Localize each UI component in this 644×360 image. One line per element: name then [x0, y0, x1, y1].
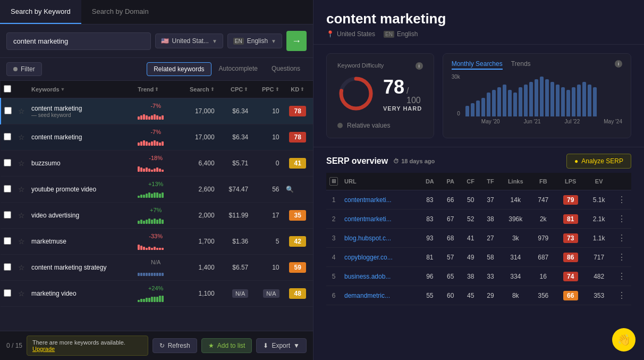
serp-url-link[interactable]: blog.hubspot.c... [344, 235, 391, 242]
fb-cell: 356 [531, 286, 555, 305]
row-checkbox[interactable] [4, 211, 11, 219]
ppc-value: 5 [251, 229, 282, 255]
refresh-button[interactable]: ↻ Refresh [152, 338, 197, 353]
kd-badge: 59 [289, 262, 306, 273]
star-icon[interactable]: ☆ [18, 237, 25, 246]
star-icon[interactable]: ☆ [18, 211, 25, 220]
more-options-button[interactable]: ⋮ [615, 233, 628, 242]
row-checkbox[interactable] [4, 133, 11, 140]
export-icon: ⬇ [263, 342, 268, 349]
kd-badge: 42 [289, 236, 306, 247]
dot-yellow-icon: ● [574, 157, 578, 165]
chart-x-labels: May '20 Jun '21 Jul '22 May '24 [481, 119, 622, 124]
col-keywords[interactable]: Keywords ▼ [28, 81, 134, 98]
mini-bar [146, 141, 148, 146]
mini-bar [151, 141, 153, 146]
col-pa[interactable]: PA [440, 173, 461, 190]
row-checkbox[interactable] [4, 237, 11, 245]
row-checkbox[interactable] [4, 289, 11, 297]
mini-bar [156, 273, 158, 276]
mini-bar [138, 143, 140, 146]
chart-info-icon[interactable]: i [615, 60, 622, 68]
row-checkbox[interactable] [4, 107, 12, 114]
chat-bubble[interactable]: 👋 [612, 328, 635, 351]
search-input[interactable] [6, 32, 151, 50]
keyword-name: video advertising [31, 212, 131, 219]
more-options-button[interactable]: ⋮ [615, 195, 628, 204]
tab-monthly-searches[interactable]: Monthly Searches [452, 60, 503, 70]
col-cpc[interactable]: CPC ⬆ [218, 81, 252, 98]
chevron-down-icon: ▼ [212, 38, 217, 44]
keyword-name: marketmuse [31, 238, 131, 245]
relative-values-toggle[interactable]: Relative values [337, 122, 423, 129]
more-options-button[interactable]: ⋮ [615, 214, 628, 223]
col-kd[interactable]: KD ⬆ [283, 81, 313, 98]
col-search[interactable]: Search ⬆ [177, 81, 218, 98]
more-options-button[interactable]: ⋮ [615, 253, 628, 262]
cf-cell: 50 [461, 190, 481, 210]
star-icon[interactable]: ☆ [18, 263, 25, 272]
left-panel: Search by Keyword Search by Domain 🇺🇸 Un… [0, 0, 313, 360]
select-all-checkbox[interactable] [4, 85, 11, 93]
tab-search-keyword[interactable]: Search by Keyword [0, 0, 81, 24]
tab-search-domain[interactable]: Search by Domain [81, 0, 159, 24]
country-select[interactable]: 🇺🇸 United Stat... ▼ [155, 34, 223, 48]
row-checkbox[interactable] [4, 159, 11, 166]
star-icon[interactable]: ☆ [18, 289, 25, 298]
fb-cell: 979 [531, 229, 555, 248]
serp-url-link[interactable]: demandmetric... [344, 292, 390, 299]
cpc-value: $6.57 [218, 255, 252, 281]
mini-bars [138, 188, 174, 198]
star-icon[interactable]: ☆ [18, 133, 25, 141]
serp-url-link[interactable]: business.adob... [344, 273, 391, 280]
mini-bars [138, 292, 174, 302]
tab-related-keywords[interactable]: Related keywords [147, 62, 211, 76]
chart-bar [487, 93, 490, 116]
tab-autocomplete[interactable]: Autocomplete [213, 62, 264, 76]
trend-cell: +24% [134, 281, 177, 307]
trend-value: +7% [138, 207, 174, 213]
col-ev[interactable]: EV [586, 173, 612, 190]
col-url[interactable]: URL [341, 173, 419, 190]
serp-url-link[interactable]: contentmarketi... [344, 196, 392, 204]
da-cell: 83 [419, 210, 440, 229]
col-tf[interactable]: TF [481, 173, 500, 190]
trend-value: -33% [138, 233, 174, 239]
mini-bar [156, 297, 158, 302]
mini-bar [148, 169, 150, 172]
tab-questions[interactable]: Questions [265, 62, 307, 76]
serp-url-link[interactable]: contentmarketi... [344, 215, 392, 223]
tab-trends[interactable]: Trends [511, 60, 531, 70]
row-checkbox[interactable] [4, 185, 11, 192]
expand-icon[interactable]: ⊞ [329, 177, 338, 186]
lps-badge: 73 [563, 233, 578, 243]
star-icon[interactable]: ☆ [18, 185, 25, 194]
col-cf[interactable]: CF [461, 173, 481, 190]
star-icon[interactable]: ☆ [18, 159, 25, 168]
col-links[interactable]: Links [500, 173, 531, 190]
upgrade-link[interactable]: Upgrade [32, 346, 55, 352]
search-button[interactable]: → [286, 31, 307, 51]
analyze-serp-button[interactable]: ● Analyze SERP [566, 154, 631, 169]
mini-bar [162, 273, 164, 276]
trend-cell: -7% [134, 124, 177, 150]
col-da[interactable]: DA [419, 173, 440, 190]
export-button[interactable]: ⬇ Export ▼ [256, 338, 307, 353]
add-to-list-button[interactable]: ★ Add to list [201, 338, 252, 353]
more-options-button[interactable]: ⋮ [615, 272, 628, 281]
col-ppc[interactable]: PPC ⬆ [251, 81, 282, 98]
serp-url-link[interactable]: copyblogger.co... [344, 254, 393, 261]
col-lps[interactable]: LPS [555, 173, 586, 190]
flag-icon: 🇺🇸 [161, 37, 169, 45]
row-checkbox[interactable] [4, 263, 11, 271]
language-select[interactable]: EN English ▼ [227, 34, 282, 48]
chart-bar [508, 90, 512, 116]
mini-bar [154, 192, 156, 198]
more-options-button[interactable]: ⋮ [615, 291, 628, 300]
filter-button[interactable]: Filter [6, 62, 42, 76]
star-icon[interactable]: ☆ [18, 107, 25, 115]
col-trend[interactable]: Trend ⬆ [134, 81, 177, 98]
col-fb[interactable]: FB [531, 173, 555, 190]
difficulty-info-icon[interactable]: i [416, 62, 423, 70]
mini-bar [159, 248, 161, 250]
